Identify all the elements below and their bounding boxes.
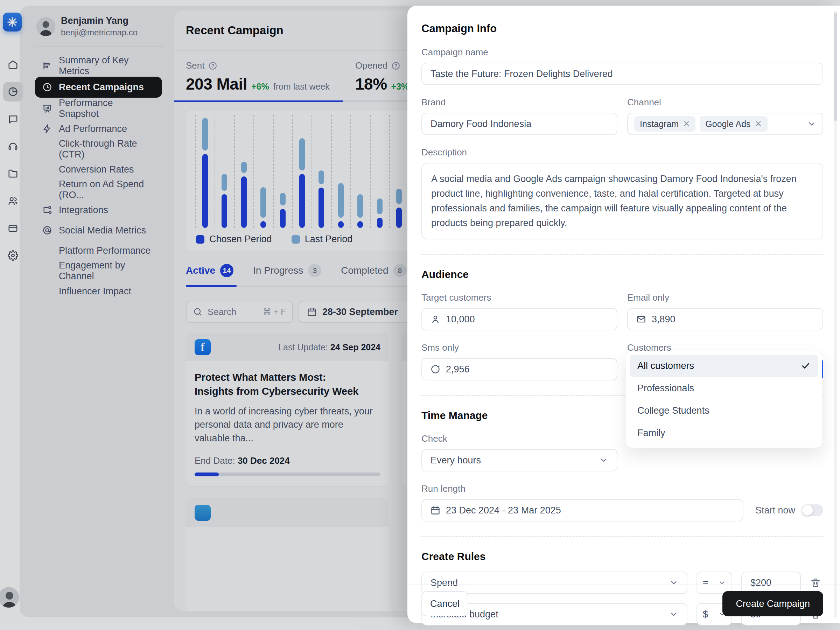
- create-campaign-modal: Campaign Info Campaign name Taste the Fu…: [407, 6, 840, 623]
- field-label: Brand: [422, 97, 617, 108]
- field-label: Email only: [627, 292, 823, 303]
- cancel-button[interactable]: Cancel: [422, 591, 468, 616]
- channel-multiselect[interactable]: Instagram ✕ Google Ads ✕: [627, 113, 823, 135]
- description-textarea[interactable]: A social media and Google Ads campaign s…: [422, 163, 823, 239]
- chat-bubble-icon: [431, 364, 440, 374]
- start-now-label: Start now: [755, 505, 795, 516]
- audience-heading: Audience: [422, 268, 823, 280]
- dropdown-option-family[interactable]: Family: [630, 422, 818, 444]
- dropdown-option-college-students[interactable]: College Students: [630, 399, 818, 422]
- remove-chip-icon[interactable]: ✕: [683, 119, 690, 129]
- field-label: Description: [422, 147, 823, 158]
- check-frequency-select[interactable]: Every hours: [422, 449, 617, 471]
- chevron-down-icon[interactable]: [807, 119, 816, 128]
- calendar-icon: [431, 505, 440, 515]
- create-rules-heading: Create Rules: [422, 551, 823, 562]
- target-customers-input[interactable]: 10,000: [422, 308, 617, 330]
- dropdown-option-professionals[interactable]: Professionals: [630, 377, 818, 399]
- dropdown-option-all-customers[interactable]: All customers: [630, 355, 818, 377]
- brand-input[interactable]: Damory Food Indonesia: [422, 113, 617, 135]
- modal-footer: Cancel Create Campaign: [407, 584, 840, 623]
- person-icon: [431, 314, 440, 324]
- modal-scrollbar[interactable]: [834, 11, 837, 618]
- field-label: Campaign name: [422, 47, 823, 58]
- customers-dropdown: All customers Professionals College Stud…: [626, 351, 822, 448]
- sms-only-input[interactable]: 2,956: [422, 358, 617, 381]
- field-label: Run length: [422, 483, 823, 494]
- chevron-down-icon[interactable]: [599, 456, 608, 465]
- email-only-input[interactable]: 3,890: [627, 308, 823, 330]
- start-now-toggle[interactable]: [802, 504, 823, 516]
- mail-icon: [636, 314, 646, 324]
- remove-chip-icon[interactable]: ✕: [755, 119, 762, 129]
- field-label: Sms only: [422, 342, 617, 353]
- section-divider: [422, 536, 823, 537]
- check-icon: [801, 361, 811, 371]
- channel-chip-instagram: Instagram ✕: [634, 116, 695, 132]
- section-divider: [422, 254, 823, 255]
- field-label: Channel: [627, 97, 823, 108]
- field-label: Check: [422, 433, 617, 444]
- create-campaign-button[interactable]: Create Campaign: [722, 591, 823, 616]
- campaign-name-input[interactable]: Taste the Future: Frozen Delights Delive…: [422, 63, 823, 85]
- field-label: Target customers: [422, 292, 617, 303]
- modal-title: Campaign Info: [422, 22, 823, 35]
- channel-chip-google-ads: Google Ads ✕: [699, 116, 767, 132]
- run-length-date-picker[interactable]: 23 Dec 2024 - 23 Mar 2025: [422, 499, 744, 521]
